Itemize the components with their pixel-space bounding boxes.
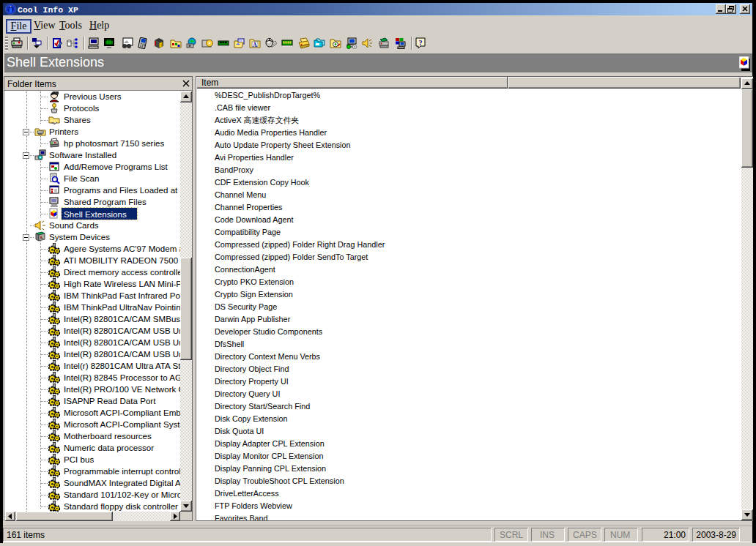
svg-text:?: ? (419, 39, 423, 47)
svg-text:A: A (253, 42, 257, 48)
